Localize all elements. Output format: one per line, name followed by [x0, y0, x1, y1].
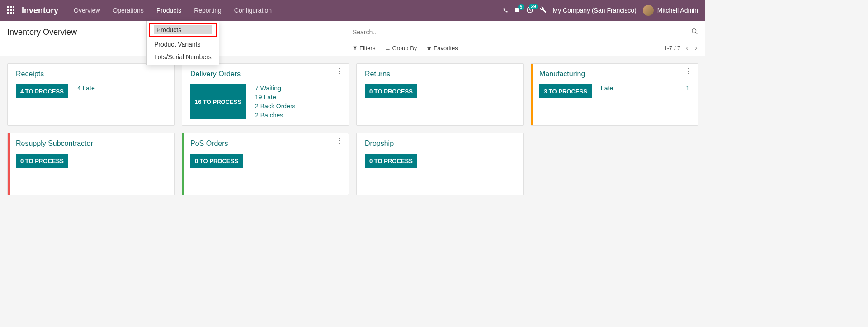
app-brand[interactable]: Inventory	[22, 6, 58, 15]
kanban-card: Resupply Subcontractor⋮0 TO PROCESS	[7, 133, 175, 195]
process-button[interactable]: 16 TO PROCESS	[190, 84, 246, 119]
company-selector[interactable]: My Company (San Francisco)	[553, 7, 637, 14]
search-input[interactable]	[353, 28, 691, 36]
pager-prev[interactable]: ‹	[685, 44, 689, 52]
card-extra-link[interactable]: 19 Late	[255, 93, 295, 101]
kanban-card: Receipts⋮4 TO PROCESS4 Late	[7, 63, 175, 126]
pager-next[interactable]: ›	[694, 44, 698, 52]
dropdown-item-lots-serial[interactable]: Lots/Serial Numbers	[147, 51, 219, 63]
kanban-card: Returns⋮0 TO PROCESS	[356, 63, 524, 126]
favorites-button[interactable]: Favorites	[427, 45, 458, 51]
svg-point-1	[692, 29, 696, 33]
activities-badge: 29	[529, 4, 538, 9]
inline-label[interactable]: Late	[601, 84, 613, 92]
kanban-board: Receipts⋮4 TO PROCESS4 LateDelivery Orde…	[0, 56, 705, 202]
card-extras: 4 Late	[77, 84, 95, 98]
kanban-card: Manufacturing⋮3 TO PROCESSLate1	[531, 63, 698, 126]
card-extra-link[interactable]: 2 Back Orders	[255, 103, 295, 110]
card-stripe	[8, 133, 10, 195]
menu-configuration[interactable]: Configuration	[228, 1, 278, 20]
kanban-card: Delivery Orders⋮16 TO PROCESS7 Waiting19…	[182, 63, 349, 126]
card-extra-link[interactable]: 4 Late	[77, 84, 95, 92]
user-menu[interactable]: Mitchell Admin	[643, 5, 698, 16]
kanban-card: PoS Orders⋮0 TO PROCESS	[182, 133, 349, 195]
products-dropdown: Products Product Variants Lots/Serial Nu…	[146, 21, 219, 65]
menu-reporting[interactable]: Reporting	[188, 1, 228, 20]
card-title[interactable]: Manufacturing	[539, 70, 689, 78]
dropdown-item-product-variants[interactable]: Product Variants	[147, 38, 219, 51]
apps-icon[interactable]	[7, 6, 15, 14]
process-button[interactable]: 4 TO PROCESS	[16, 84, 68, 98]
card-menu-icon[interactable]: ⋮	[336, 70, 343, 73]
card-menu-icon[interactable]: ⋮	[685, 70, 692, 73]
messages-icon[interactable]: 5	[514, 7, 520, 14]
dropdown-item-products[interactable]: Products	[149, 23, 217, 37]
avatar	[643, 5, 654, 16]
card-title[interactable]: PoS Orders	[190, 140, 340, 148]
menu-operations[interactable]: Operations	[106, 1, 150, 20]
messages-badge: 5	[518, 4, 524, 10]
card-stripe	[182, 133, 184, 195]
menu-products[interactable]: Products	[150, 1, 188, 20]
main-menu: Overview Operations Products Reporting C…	[67, 1, 278, 20]
process-button[interactable]: 0 TO PROCESS	[190, 154, 243, 168]
card-menu-icon[interactable]: ⋮	[510, 140, 518, 142]
process-button[interactable]: 3 TO PROCESS	[539, 84, 592, 98]
phone-icon[interactable]	[503, 7, 508, 14]
pager-text: 1-7 / 7	[664, 45, 680, 51]
menu-overview[interactable]: Overview	[67, 1, 106, 20]
activities-icon[interactable]: 29	[526, 6, 533, 15]
groupby-button[interactable]: Group By	[385, 45, 417, 51]
card-title[interactable]: Delivery Orders	[190, 70, 340, 78]
inline-value: 1	[686, 84, 689, 92]
svg-line-2	[695, 32, 697, 34]
card-menu-icon[interactable]: ⋮	[510, 70, 518, 73]
debug-icon[interactable]	[540, 6, 547, 14]
kanban-card: Dropship⋮0 TO PROCESS	[356, 133, 524, 195]
card-menu-icon[interactable]: ⋮	[161, 70, 169, 73]
pager: 1-7 / 7 ‹ ›	[664, 44, 698, 52]
card-extras: 7 Waiting19 Late2 Back Orders2 Batches	[255, 84, 295, 119]
card-title[interactable]: Resupply Subcontractor	[16, 140, 166, 148]
card-stripe	[531, 64, 533, 125]
filters-button[interactable]: Filters	[353, 45, 375, 51]
search-bar[interactable]	[353, 26, 698, 38]
main-navbar: Inventory Overview Operations Products R…	[0, 0, 705, 21]
search-icon[interactable]	[691, 28, 698, 36]
process-button[interactable]: 0 TO PROCESS	[16, 154, 68, 168]
card-title[interactable]: Receipts	[16, 70, 166, 78]
user-name: Mitchell Admin	[657, 7, 698, 14]
card-extra-link[interactable]: 2 Batches	[255, 112, 295, 119]
process-button[interactable]: 0 TO PROCESS	[365, 84, 417, 98]
process-button[interactable]: 0 TO PROCESS	[365, 154, 417, 168]
card-extra-link[interactable]: 7 Waiting	[255, 84, 295, 92]
card-inline-stat: Late1	[601, 84, 689, 98]
card-menu-icon[interactable]: ⋮	[336, 140, 343, 142]
card-menu-icon[interactable]: ⋮	[161, 140, 169, 142]
card-title[interactable]: Dropship	[365, 140, 515, 148]
control-panel: Inventory Overview Filters Group By Favo…	[0, 21, 705, 56]
card-title[interactable]: Returns	[365, 70, 515, 78]
